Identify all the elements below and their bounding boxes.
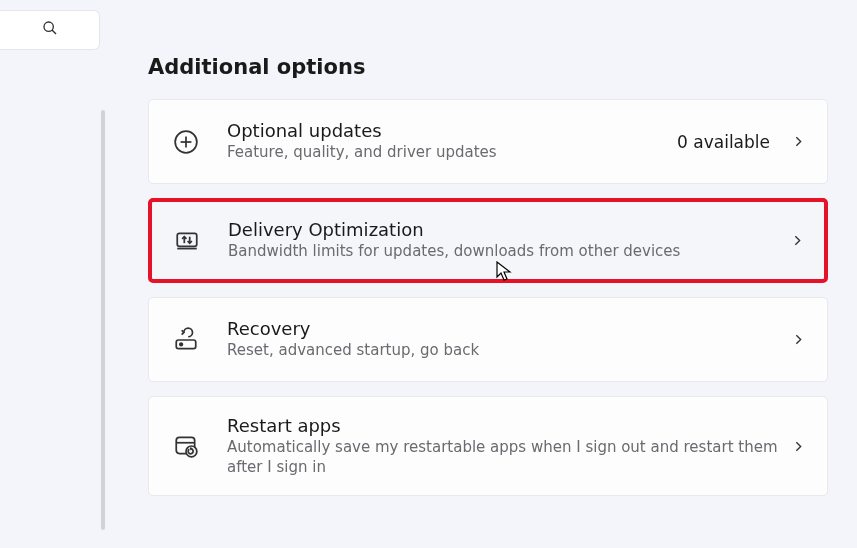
- card-body: Delivery Optimization Bandwidth limits f…: [228, 219, 791, 262]
- restart-apps-icon: [171, 431, 201, 461]
- available-count: 0 available: [677, 132, 770, 152]
- card-desc: Reset, advanced startup, go back: [227, 341, 792, 361]
- card-title: Recovery: [227, 318, 792, 339]
- svg-point-0: [44, 22, 53, 31]
- plus-circle-icon: [171, 127, 201, 157]
- card-desc: Bandwidth limits for updates, downloads …: [228, 242, 791, 262]
- card-title: Delivery Optimization: [228, 219, 791, 240]
- chevron-right-icon: [792, 333, 805, 346]
- card-body: Optional updates Feature, quality, and d…: [227, 120, 677, 163]
- svg-point-10: [180, 343, 183, 346]
- search-icon: [42, 20, 58, 40]
- chevron-right-icon: [792, 440, 805, 453]
- section-title: Additional options: [148, 55, 828, 79]
- card-desc: Automatically save my restartable apps w…: [227, 438, 792, 477]
- card-trailing: 0 available: [677, 132, 805, 152]
- delivery-optimization-icon: [172, 226, 202, 256]
- card-delivery-optimization[interactable]: Delivery Optimization Bandwidth limits f…: [148, 198, 828, 283]
- card-restart-apps[interactable]: Restart apps Automatically save my resta…: [148, 396, 828, 496]
- card-title: Optional updates: [227, 120, 677, 141]
- card-trailing: [792, 440, 805, 453]
- chevron-right-icon: [792, 135, 805, 148]
- nav-divider: [101, 110, 105, 530]
- card-trailing: [791, 234, 804, 247]
- card-optional-updates[interactable]: Optional updates Feature, quality, and d…: [148, 99, 828, 184]
- card-recovery[interactable]: Recovery Reset, advanced startup, go bac…: [148, 297, 828, 382]
- card-trailing: [792, 333, 805, 346]
- svg-line-1: [52, 30, 56, 34]
- card-desc: Feature, quality, and driver updates: [227, 143, 677, 163]
- card-body: Restart apps Automatically save my resta…: [227, 415, 792, 477]
- search-box[interactable]: [0, 10, 100, 50]
- card-body: Recovery Reset, advanced startup, go bac…: [227, 318, 792, 361]
- chevron-right-icon: [791, 234, 804, 247]
- svg-rect-5: [177, 233, 197, 246]
- main-content: Additional options Optional updates Feat…: [148, 55, 828, 510]
- card-title: Restart apps: [227, 415, 792, 436]
- recovery-icon: [171, 325, 201, 355]
